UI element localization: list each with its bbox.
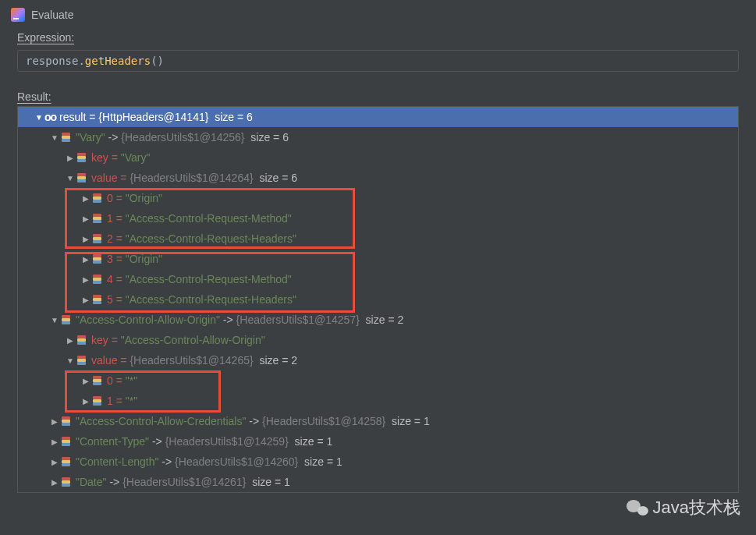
object-icon: oo	[44, 111, 56, 123]
array-item-icon	[91, 253, 104, 265]
array-item-icon	[91, 232, 104, 245]
entry-acao[interactable]: ▼ "Access-Control-Allow-Origin" -> {Head…	[18, 310, 738, 330]
expression-label: Expression:	[0, 30, 756, 47]
watermark-text: Java技术栈	[653, 496, 740, 519]
expand-icon[interactable]: ▶	[80, 296, 91, 304]
vary-key-row[interactable]: ▶ key = "Vary"	[18, 147, 738, 168]
entry-date[interactable]: ▶ "Date" -> {HeadersUtils$1@14261} size …	[18, 472, 738, 492]
map-entry-icon	[60, 476, 73, 488]
wechat-icon	[626, 498, 648, 517]
root-label: result =	[59, 111, 98, 123]
expand-icon[interactable]: ▶	[49, 438, 60, 446]
result-tree[interactable]: ▼ oo result = {HttpHeaders@14141} size =…	[17, 106, 739, 493]
expand-icon[interactable]: ▶	[80, 377, 91, 385]
acao-key-row[interactable]: ▶ key = "Access-Control-Allow-Origin"	[18, 330, 738, 350]
list-item[interactable]: ▶0 = "*"	[18, 370, 738, 391]
root-size: size = 6	[208, 111, 252, 123]
expand-icon[interactable]: ▶	[80, 275, 91, 284]
entry-vary[interactable]: ▼ "Vary" -> {HeadersUtils$1@14256} size …	[18, 127, 738, 147]
array-item-icon	[91, 273, 104, 285]
root-obj: {HttpHeaders@14141}	[98, 111, 208, 123]
expand-icon[interactable]: ▶	[65, 336, 76, 345]
list-item[interactable]: ▶5 = "Access-Control-Request-Headers"	[18, 289, 738, 310]
expand-icon[interactable]: ▶	[49, 417, 60, 426]
entry-content-type[interactable]: ▶ "Content-Type" -> {HeadersUtils$1@1425…	[18, 431, 738, 452]
acao-value-row[interactable]: ▼ value = {HeadersUtils$1@14265} size = …	[18, 350, 738, 370]
array-item-icon	[91, 395, 104, 407]
array-item-icon	[91, 374, 104, 387]
map-entry-icon	[60, 455, 73, 468]
vary-value-row[interactable]: ▼ value = {HeadersUtils$1@14264} size = …	[18, 168, 738, 188]
field-icon	[76, 334, 88, 346]
expand-icon[interactable]: ▼	[49, 316, 60, 324]
expression-input[interactable]: response.getHeaders()	[17, 50, 739, 72]
entry-content-length[interactable]: ▶ "Content-Length" -> {HeadersUtils$1@14…	[18, 452, 738, 472]
expand-icon[interactable]: ▶	[49, 478, 60, 487]
list-item[interactable]: ▶0 = "Origin"	[18, 188, 738, 208]
expr-paren: ()	[151, 55, 164, 67]
expand-icon[interactable]: ▶	[80, 235, 91, 243]
expr-method: getHeaders	[85, 55, 151, 67]
expand-icon[interactable]: ▶	[80, 194, 91, 203]
expr-obj: response.	[26, 55, 85, 67]
expand-icon[interactable]: ▼	[49, 133, 60, 142]
array-item-icon	[91, 293, 104, 306]
list-item[interactable]: ▶1 = "*"	[18, 391, 738, 411]
root-row[interactable]: ▼ oo result = {HttpHeaders@14141} size =…	[18, 107, 738, 127]
map-entry-icon	[60, 131, 73, 143]
map-entry-icon	[60, 435, 73, 448]
expand-icon[interactable]: ▶	[65, 154, 76, 162]
expand-icon[interactable]: ▼	[65, 174, 76, 182]
app-logo-icon	[11, 8, 25, 22]
result-label: Result:	[0, 76, 756, 106]
watermark: Java技术栈	[626, 496, 740, 519]
list-item[interactable]: ▶2 = "Access-Control-Request-Headers"	[18, 229, 738, 249]
list-item[interactable]: ▶3 = "Origin"	[18, 249, 738, 269]
field-icon	[76, 172, 88, 184]
entry-acac[interactable]: ▶ "Access-Control-Allow-Credentials" -> …	[18, 411, 738, 431]
array-item-icon	[91, 212, 104, 225]
map-entry-icon	[60, 415, 73, 427]
list-item[interactable]: ▶4 = "Access-Control-Request-Method"	[18, 269, 738, 289]
window-title: Evaluate	[31, 9, 73, 21]
field-icon	[76, 354, 88, 367]
expand-icon[interactable]: ▼	[34, 113, 44, 122]
expand-icon[interactable]: ▶	[80, 397, 91, 406]
expand-icon[interactable]: ▶	[80, 214, 91, 223]
list-item[interactable]: ▶1 = "Access-Control-Request-Method"	[18, 208, 738, 229]
field-icon	[76, 151, 88, 164]
window-header: Evaluate	[0, 0, 756, 30]
expand-icon[interactable]: ▶	[49, 458, 60, 466]
expand-icon[interactable]: ▶	[80, 255, 91, 264]
array-item-icon	[91, 192, 104, 204]
expand-icon[interactable]: ▼	[65, 356, 76, 365]
map-entry-icon	[60, 314, 73, 326]
